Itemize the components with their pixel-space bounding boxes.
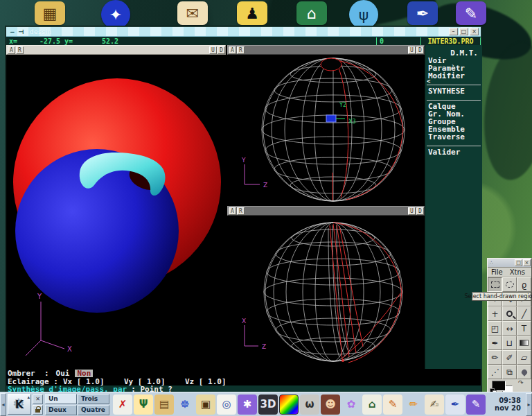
portrait-photo-icon[interactable]: ☻: [321, 395, 340, 415]
three-d-icon[interactable]: 3D: [258, 395, 278, 415]
vp-a-button[interactable]: A: [229, 46, 236, 54]
viewport-top[interactable]: A R U D: [227, 206, 425, 369]
window-list-button[interactable]: ✕: [33, 395, 43, 404]
k-menu-button[interactable]: ⚙ K ▴: [8, 394, 31, 415]
menu-separator: <: [427, 80, 481, 85]
panel-hide-right[interactable]: ▸: [526, 393, 532, 416]
file-cabinet-icon[interactable]: ▤: [154, 395, 174, 415]
swap-colors-icon[interactable]: ↷: [518, 379, 524, 386]
window-menu-icon[interactable]: ∴: [490, 260, 493, 266]
menu-item-synthese[interactable]: SYNTHESE: [427, 87, 481, 95]
airbrush-tool[interactable]: ⋰: [488, 365, 502, 379]
color-picker-tool[interactable]: ✒: [488, 336, 502, 350]
blue-ant-icon[interactable]: ψ: [349, 0, 378, 29]
ellipse-select-icon: [506, 281, 514, 288]
vp-r-button[interactable]: R: [16, 46, 24, 54]
orange-pencil-icon[interactable]: ✏: [404, 395, 423, 415]
xtns-menu[interactable]: Xtns: [510, 268, 525, 276]
molecule-icon[interactable]: ✱: [238, 395, 257, 415]
menu-item-traverse[interactable]: Traverse: [427, 133, 481, 141]
vp-a-button[interactable]: A: [229, 207, 236, 215]
ombrer-off-toggle[interactable]: Non: [75, 370, 93, 377]
axis-label-y: Y: [241, 157, 246, 164]
taskbar-icons: ✗Ψ▤☸▣◎✱3Dω☻✿⌂✎✏✍✒✎: [113, 395, 486, 415]
writing-pad-icon[interactable]: ✍: [425, 395, 444, 415]
vp-d-button[interactable]: D: [416, 46, 424, 54]
iconify-icon[interactable]: −: [10, 28, 15, 35]
flip-tool[interactable]: ↔: [502, 321, 517, 336]
transform-tool[interactable]: ◰: [488, 321, 502, 336]
mail-stamps-icon[interactable]: ✉: [177, 1, 208, 25]
rocket-globe-icon[interactable]: ✒: [445, 395, 465, 415]
perspective-canvas[interactable]: Y X: [6, 55, 226, 369]
ski-logo-icon[interactable]: ✦: [101, 0, 130, 29]
draw-ruler-icon[interactable]: ✎: [383, 395, 402, 415]
front-canvas[interactable]: Y2 X3 Y Z: [227, 55, 425, 206]
panel-hide-left[interactable]: ◂: [0, 393, 6, 416]
eraser-tool[interactable]: ▱: [517, 350, 531, 365]
desktop-button-trois[interactable]: Trois: [78, 394, 109, 404]
desktop-palm-icon[interactable]: Ψ: [134, 395, 153, 415]
move-tool[interactable]: +: [488, 306, 502, 321]
app-titlebar[interactable]: − ⊣ dessin – □ ×: [6, 27, 481, 37]
home-builder-icon[interactable]: ⌂: [296, 1, 327, 25]
palm-silhouette: [478, 39, 532, 183]
vp-d-button[interactable]: D: [416, 207, 424, 215]
crop-tool[interactable]: ╱: [517, 306, 531, 321]
desktop-button-deux[interactable]: Deux: [45, 405, 77, 415]
pushpin-icon[interactable]: ⊣: [19, 28, 24, 35]
ship-wheel-icon[interactable]: ☸: [175, 395, 195, 415]
magnify-tool[interactable]: [502, 306, 517, 321]
penguin-files-icon[interactable]: ♟: [237, 1, 267, 25]
close-button[interactable]: ×: [523, 259, 531, 266]
clock[interactable]: 09:38 nov 20: [495, 397, 521, 412]
purple-pad-icon[interactable]: ✎: [466, 395, 486, 415]
close-button[interactable]: ×: [470, 28, 479, 35]
maximize-button[interactable]: □: [515, 259, 522, 266]
toolbox-titlebar[interactable]: ∴ □ ×: [488, 259, 531, 268]
clock-date: nov 20: [495, 404, 521, 412]
vp-d-button[interactable]: D: [218, 46, 225, 54]
minimize-button[interactable]: –: [449, 28, 458, 35]
blend-tool[interactable]: [517, 336, 531, 350]
maximize-button[interactable]: □: [459, 28, 468, 35]
menu-item-modifier[interactable]: Modifier: [427, 72, 481, 80]
purple-notepad-icon[interactable]: ✎: [456, 1, 486, 25]
vp-u-button[interactable]: U: [209, 46, 217, 54]
convolve-tool[interactable]: [517, 365, 531, 379]
x-value: -27.5: [17, 37, 60, 45]
lock-screen-button[interactable]: [33, 405, 43, 415]
package-cap-icon[interactable]: ▣: [196, 395, 215, 415]
pager: UnDeuxTroisQuatre: [45, 394, 109, 415]
logout-book-icon[interactable]: ✗: [113, 395, 132, 415]
package-box-icon[interactable]: ▦: [35, 1, 65, 25]
viewport-perspective[interactable]: A R U D: [6, 45, 226, 369]
paint-flowers-icon[interactable]: ✿: [342, 395, 361, 415]
vz-value[interactable]: Vz [ 1.0]: [185, 377, 246, 386]
doc-magnifier-icon[interactable]: ◎: [217, 395, 236, 415]
clone-tool[interactable]: ⧉: [502, 365, 517, 379]
viewport-front[interactable]: A R U D: [227, 45, 425, 206]
desktop-button-un[interactable]: Un: [45, 394, 77, 404]
desktop-button-quatre[interactable]: Quatre: [78, 405, 109, 415]
vp-u-button[interactable]: U: [408, 207, 416, 215]
file-menu[interactable]: File: [491, 268, 503, 276]
text-tool[interactable]: T: [517, 321, 531, 336]
gimp-wilber-icon[interactable]: ω: [300, 395, 319, 415]
vertex-handle[interactable]: [326, 115, 336, 122]
home-globe-icon[interactable]: ⌂: [362, 395, 382, 415]
ellipse-select-tool[interactable]: [502, 277, 517, 292]
pencil-tool[interactable]: ✏: [488, 350, 502, 365]
bucket-fill-tool[interactable]: ⊔: [502, 336, 517, 350]
rect-select-tool[interactable]: [488, 277, 502, 292]
vp-r-button[interactable]: R: [237, 46, 245, 54]
vp-u-button[interactable]: U: [408, 46, 416, 54]
top-canvas[interactable]: X Z: [227, 216, 425, 369]
menu-item-valider[interactable]: Valider: [427, 148, 481, 156]
free-select-tool[interactable]: ϱ: [517, 277, 531, 292]
vp-r-button[interactable]: R: [237, 207, 245, 215]
color-box-icon[interactable]: [279, 395, 299, 415]
paintbrush-tool[interactable]: ✐: [502, 350, 517, 365]
vp-a-button[interactable]: A: [8, 46, 15, 54]
rocket-pen-icon[interactable]: ✒: [407, 1, 438, 25]
